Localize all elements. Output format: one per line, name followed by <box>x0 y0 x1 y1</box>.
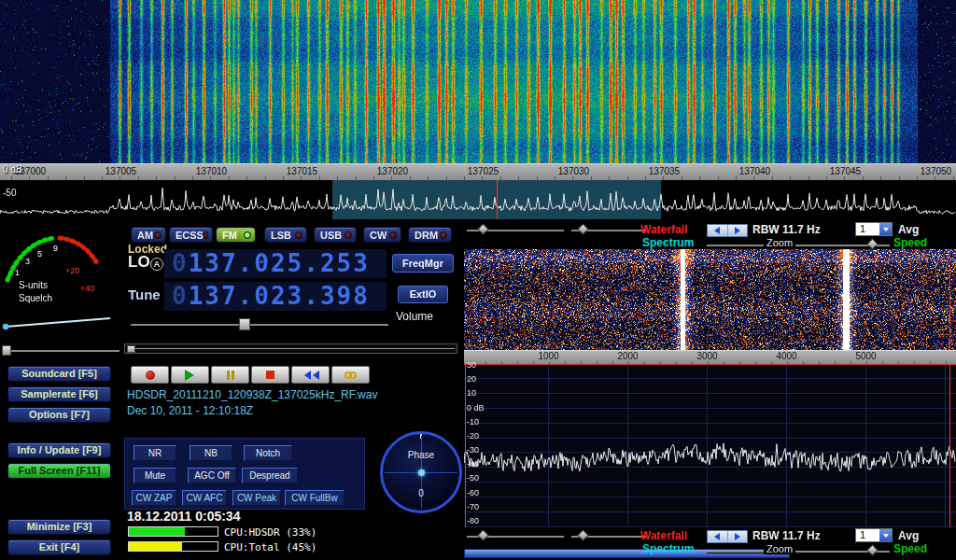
lo-label: LO <box>128 253 150 272</box>
fullscreen-button[interactable]: Full Screen [F11] <box>7 463 111 479</box>
db-tick-label: 30 <box>467 361 485 370</box>
db-axis-label-minus50: -50 <box>3 188 16 198</box>
record-icon <box>146 371 155 380</box>
phase-dot <box>418 469 425 476</box>
pan-arrows-bottom[interactable] <box>707 530 748 543</box>
samplerate-button[interactable]: Samplerate [F6] <box>7 386 111 402</box>
s-meter: 1 3 5 9 +20 +40 S-units Squelch <box>0 222 121 347</box>
af-spectrum-display[interactable] <box>464 364 956 527</box>
rewind-button[interactable] <box>291 366 330 384</box>
extio-button[interactable]: ExtIO <box>398 286 448 303</box>
main-spectrum-display[interactable] <box>0 180 956 219</box>
af-tick-label: 4000 <box>747 351 826 361</box>
recording-filename: HDSDR_20111210_120938Z_137025kHz_RF.wav <box>127 388 377 401</box>
notch-button[interactable]: Notch <box>244 445 292 461</box>
freq-tick-label: 137035 <box>619 166 710 176</box>
exit-button[interactable]: Exit [F4] <box>7 539 111 555</box>
nb-button[interactable]: NB <box>190 445 232 461</box>
cw-fullbw-button[interactable]: CW FullBw <box>285 490 344 506</box>
zoom-slider-track-bottom[interactable] <box>707 551 890 553</box>
minimize-button[interactable]: Minimize [F3] <box>7 519 111 535</box>
frequency-scale-bar[interactable]: 137000 137005 137010 137015 137020 13702… <box>0 163 956 180</box>
spectrum-upper-level-slider-handle[interactable] <box>477 529 489 541</box>
db-tick-label: 10 <box>467 389 485 398</box>
record-button[interactable] <box>131 366 169 384</box>
mode-button-am[interactable]: AM <box>131 227 166 243</box>
lo-frequency-digits: 0137.025.253 <box>164 249 387 278</box>
mode-button-fm[interactable]: FM <box>216 227 256 243</box>
af-tick-label: 2000 <box>588 351 668 361</box>
volume-label: Volume <box>396 310 433 323</box>
dropdown-arrow-icon[interactable] <box>879 223 892 235</box>
phase-scope: Phase 0 <box>380 431 462 513</box>
spectrum-tab-bottom[interactable]: Spectrum <box>642 542 694 555</box>
despread-button[interactable]: Despread <box>242 468 298 483</box>
freq-tick-label: 137010 <box>166 166 257 176</box>
zoom-slider-handle-top[interactable] <box>866 238 879 250</box>
nr-button[interactable]: NR <box>134 445 176 461</box>
waterfall-tab-bottom[interactable]: Waterfall <box>640 529 687 542</box>
waterfall-upper-level-slider-handle[interactable] <box>477 223 489 235</box>
mode-button-usb[interactable]: USB <box>314 227 357 243</box>
spectrum-lower-level-slider-handle[interactable] <box>577 529 589 541</box>
phase-value: 0 <box>383 488 459 498</box>
soundcard-button[interactable]: Soundcard [F5] <box>7 366 111 382</box>
agc-button[interactable]: AGC Off <box>188 468 236 483</box>
stop-button[interactable] <box>251 366 289 384</box>
pan-arrows-top[interactable] <box>707 224 748 237</box>
mute-button[interactable]: Mute <box>134 468 176 483</box>
freqmgr-button[interactable]: FreqMgr <box>392 254 454 273</box>
pan-left-button[interactable] <box>708 531 727 542</box>
mode-label: ECSS <box>176 230 204 241</box>
stop-icon <box>266 371 274 379</box>
db-tick-label: -10 <box>467 418 485 427</box>
play-button[interactable] <box>171 366 209 384</box>
zoom-slider-handle-bottom[interactable] <box>866 544 879 556</box>
main-waterfall-display[interactable] <box>0 0 956 163</box>
rewind-icon <box>302 371 319 380</box>
mode-button-ecss[interactable]: ECSS <box>169 227 213 243</box>
db-tick-label: 0 dB <box>467 404 485 413</box>
volume-slider-handle[interactable] <box>239 318 250 330</box>
phase-label: Phase <box>383 450 459 460</box>
af-waterfall-display[interactable] <box>464 249 956 350</box>
lo-frequency-display[interactable]: 0137.025.253 <box>164 249 387 278</box>
pan-right-button[interactable] <box>727 531 748 542</box>
waterfall-lower-level-slider-handle[interactable] <box>577 223 589 235</box>
db-tick-label: -60 <box>467 489 485 497</box>
cw-peak-button[interactable]: CW Peak <box>232 490 281 506</box>
squelch-slider-handle[interactable] <box>2 345 11 356</box>
pan-left-button[interactable] <box>708 225 727 236</box>
cpu-hdsdr-bar-fill <box>129 527 185 536</box>
tune-slider-handle[interactable] <box>127 345 135 353</box>
cw-zap-button[interactable]: CW ZAP <box>132 490 176 506</box>
info-update-button[interactable]: Info / Update [F9] <box>7 442 111 458</box>
lo-a-badge[interactable]: A <box>150 258 163 271</box>
squelch-slider-track[interactable] <box>2 350 120 352</box>
mode-button-cw[interactable]: CW <box>363 227 401 243</box>
mode-label: CW <box>370 230 387 241</box>
pan-right-button[interactable] <box>727 225 748 236</box>
tune-frequency-display[interactable]: 0137.023.398 <box>164 282 387 311</box>
cpu-total-text: CPU:Total (45%) <box>224 541 316 553</box>
mode-button-drm[interactable]: DRM <box>408 227 452 243</box>
tune-slider-track[interactable] <box>124 343 457 354</box>
avg-dropdown-top[interactable]: 1 <box>855 222 893 236</box>
pause-button[interactable] <box>211 366 249 384</box>
waterfall-tab-top[interactable]: Waterfall <box>640 223 687 236</box>
mode-led-icon <box>344 231 352 239</box>
db-tick-label: -30 <box>467 446 485 455</box>
dropdown-arrow-icon[interactable] <box>879 529 892 541</box>
loop-button[interactable] <box>331 366 370 384</box>
cw-afc-button[interactable]: CW AFC <box>182 490 227 506</box>
speed-label-bottom: Speed <box>893 542 927 555</box>
mode-button-lsb[interactable]: LSB <box>264 227 307 243</box>
spectrum-tab-top[interactable]: Spectrum <box>642 236 694 249</box>
volume-slider-track[interactable] <box>131 324 388 326</box>
freq-tick-label: 137015 <box>257 166 347 176</box>
options-button[interactable]: Options [F7] <box>7 407 111 423</box>
tune-label: Tune <box>128 287 161 302</box>
zoom-slider-track-top[interactable] <box>707 245 890 246</box>
clock-datetime: 18.12.2011 0:05:34 <box>127 509 240 524</box>
avg-dropdown-bottom[interactable]: 1 <box>855 528 893 542</box>
